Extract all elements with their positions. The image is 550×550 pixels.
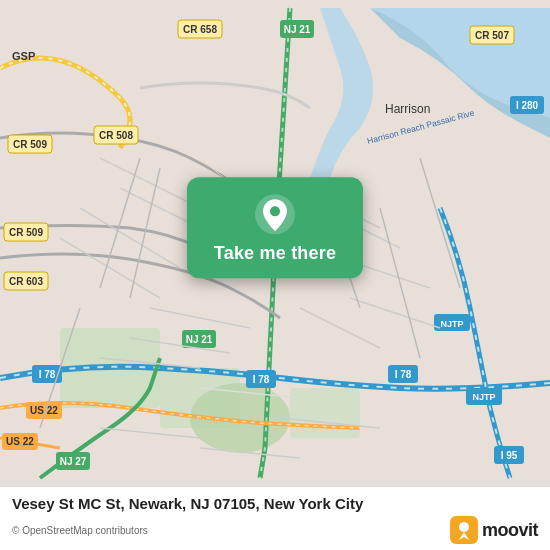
- location-pin-icon: [254, 193, 296, 235]
- svg-point-71: [459, 522, 469, 532]
- svg-text:I 78: I 78: [39, 369, 56, 380]
- app: Harrison CR 658 NJ 21 CR 507 I 280 GSP C…: [0, 0, 550, 550]
- take-me-card: Take me there: [187, 177, 363, 278]
- address-line: Vesey St MC St, Newark, NJ 07105, New Yo…: [12, 495, 538, 512]
- svg-text:CR 603: CR 603: [9, 276, 43, 287]
- svg-text:CR 509: CR 509: [13, 139, 47, 150]
- svg-text:NJ 21: NJ 21: [284, 24, 311, 35]
- moovit-logo-icon: [450, 516, 478, 544]
- svg-text:US 22: US 22: [6, 436, 34, 447]
- map-container: Harrison CR 658 NJ 21 CR 507 I 280 GSP C…: [0, 0, 550, 486]
- svg-text:GSP: GSP: [12, 50, 35, 62]
- svg-text:I 95: I 95: [501, 450, 518, 461]
- svg-text:NJ 21: NJ 21: [186, 334, 213, 345]
- svg-text:Harrison: Harrison: [385, 102, 430, 116]
- moovit-text: moovit: [482, 520, 538, 541]
- svg-text:NJ 27: NJ 27: [60, 456, 87, 467]
- svg-text:I 280: I 280: [516, 100, 539, 111]
- svg-rect-4: [290, 388, 360, 438]
- svg-point-69: [270, 206, 280, 216]
- svg-text:CR 658: CR 658: [183, 24, 217, 35]
- bottom-bar: Vesey St MC St, Newark, NJ 07105, New Yo…: [0, 486, 550, 550]
- svg-text:NJTP: NJTP: [440, 319, 463, 329]
- take-me-button[interactable]: Take me there: [214, 243, 336, 264]
- svg-text:NJTP: NJTP: [472, 392, 495, 402]
- svg-text:CR 509: CR 509: [9, 227, 43, 238]
- svg-text:CR 508: CR 508: [99, 130, 133, 141]
- svg-text:I 78: I 78: [253, 374, 270, 385]
- osm-attribution: © OpenStreetMap contributors: [12, 525, 148, 536]
- svg-text:CR 507: CR 507: [475, 30, 509, 41]
- bottom-footer: © OpenStreetMap contributors moovit: [12, 516, 538, 544]
- moovit-logo: moovit: [450, 516, 538, 544]
- svg-text:I 78: I 78: [395, 369, 412, 380]
